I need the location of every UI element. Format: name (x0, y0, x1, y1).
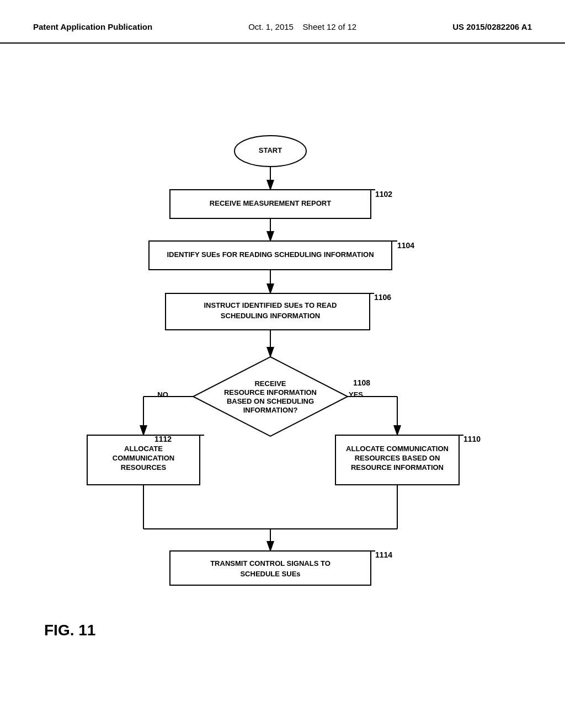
label-1110-l2: RESOURCES BASED ON (355, 454, 440, 462)
label-1108-l1: RECEIVE (254, 379, 286, 388)
stepnum-1114: 1114 (375, 550, 392, 559)
node-1114 (170, 551, 371, 585)
label-1112-l3: RESOURCES (121, 463, 167, 472)
label-1106-l2: SCHEDULING INFORMATION (221, 312, 320, 320)
label-1110-l3: RESOURCE INFORMATION (351, 463, 444, 472)
label-yes: YES (349, 390, 363, 399)
label-1108-l2: RESOURCE INFORMATION (224, 388, 317, 397)
label-1108-l4: INFORMATION? (243, 406, 298, 414)
date-sheet: Oct. 1, 2015 Sheet 12 of 12 (248, 22, 356, 31)
page-header: Patent Application Publication Oct. 1, 2… (0, 0, 565, 44)
flowchart-svg: START RECEIVE MEASUREMENT REPORT 1102 ID… (0, 49, 565, 628)
diagram-area: START RECEIVE MEASUREMENT REPORT 1102 ID… (0, 49, 565, 656)
start-label: START (259, 146, 282, 154)
label-1106-l1: INSTRUCT IDENTIFIED SUEs TO READ (204, 301, 337, 309)
label-1104: IDENTIFY SUEs FOR READING SCHEDULING INF… (167, 250, 374, 259)
label-1114-l2: SCHEDULE SUEs (240, 570, 300, 578)
label-1114-l1: TRANSMIT CONTROL SIGNALS TO (210, 559, 331, 568)
label-1110-l1: ALLOCATE COMMUNICATION (346, 445, 449, 453)
label-1108-l3: BASED ON SCHEDULING (227, 397, 314, 405)
stepnum-1104: 1104 (397, 241, 414, 250)
stepnum-1102: 1102 (375, 190, 392, 199)
stepnum-1110: 1110 (463, 435, 481, 443)
label-1112-l1: ALLOCATE (124, 445, 163, 453)
label-1102: RECEIVE MEASUREMENT REPORT (210, 199, 331, 207)
stepnum-1112: 1112 (154, 435, 172, 443)
label-no: NO (157, 390, 168, 399)
stepnum-1108: 1108 (353, 378, 370, 387)
stepnum-1106: 1106 (374, 293, 391, 302)
label-1112-l2: COMMUNICATION (113, 454, 174, 462)
patent-number: US 2015/0282206 A1 (452, 22, 532, 31)
figure-label: FIG. 11 (44, 622, 95, 639)
publication-label: Patent Application Publication (33, 22, 152, 31)
